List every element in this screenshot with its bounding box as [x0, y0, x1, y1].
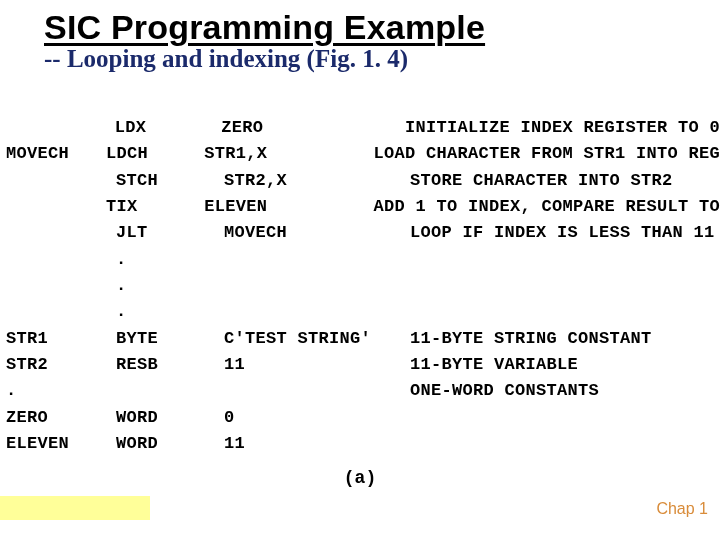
code-col-operand: STR1,X: [204, 141, 373, 167]
code-col-comment: [410, 405, 720, 431]
code-col-opcode: .: [116, 247, 224, 273]
code-col-operand: [224, 273, 410, 299]
code-row: ELEVENWORD11: [6, 431, 720, 457]
code-col-operand: [224, 378, 410, 404]
code-col-label: [6, 247, 116, 273]
code-col-comment: [410, 247, 720, 273]
code-col-comment: [410, 273, 720, 299]
code-col-comment: LOAD CHARACTER FROM STR1 INTO REG: [373, 141, 720, 167]
code-col-operand: C'TEST STRING': [224, 326, 410, 352]
code-col-operand: ELEVEN: [204, 194, 373, 220]
code-row: STR2RESB1111-BYTE VARIABLE: [6, 352, 720, 378]
code-col-opcode: LDX: [115, 115, 222, 141]
code-col-opcode: STCH: [116, 168, 224, 194]
code-row: .: [6, 247, 720, 273]
code-col-label: [6, 115, 115, 141]
chapter-label: Chap 1: [656, 500, 708, 518]
code-col-opcode: [116, 378, 224, 404]
code-row: LDXZEROINITIALIZE INDEX REGISTER TO 0: [6, 115, 720, 141]
code-col-comment: STORE CHARACTER INTO STR2: [410, 168, 720, 194]
code-col-operand: 11: [224, 352, 410, 378]
code-col-comment: [410, 299, 720, 325]
code-col-operand: [224, 247, 410, 273]
code-col-opcode: JLT: [116, 220, 224, 246]
footer-accent-bar: [0, 496, 150, 520]
code-col-comment: 11-BYTE STRING CONSTANT: [410, 326, 720, 352]
code-row: .ONE-WORD CONSTANTS: [6, 378, 720, 404]
code-row: STR1BYTEC'TEST STRING'11-BYTE STRING CON…: [6, 326, 720, 352]
code-col-comment: [410, 431, 720, 457]
code-col-comment: LOOP IF INDEX IS LESS THAN 11: [410, 220, 720, 246]
code-col-opcode: .: [116, 273, 224, 299]
code-col-opcode: WORD: [116, 431, 224, 457]
code-col-label: [6, 299, 116, 325]
code-col-opcode: RESB: [116, 352, 224, 378]
code-row: ZEROWORD0: [6, 405, 720, 431]
code-col-label: MOVECH: [6, 141, 106, 167]
code-col-operand: ZERO: [221, 115, 405, 141]
code-col-label: STR2: [6, 352, 116, 378]
code-row: .: [6, 299, 720, 325]
code-col-opcode: WORD: [116, 405, 224, 431]
code-col-comment: 11-BYTE VARIABLE: [410, 352, 720, 378]
code-col-label: [6, 168, 116, 194]
code-col-comment: INITIALIZE INDEX REGISTER TO 0: [405, 115, 720, 141]
code-col-label: [6, 194, 106, 220]
code-col-opcode: BYTE: [116, 326, 224, 352]
slide-header: SIC Programming Example -- Looping and i…: [0, 0, 720, 73]
code-col-operand: STR2,X: [224, 168, 410, 194]
code-col-label: [6, 220, 116, 246]
figure-label: (a): [0, 468, 720, 488]
code-col-label: STR1: [6, 326, 116, 352]
code-col-label: .: [6, 378, 116, 404]
code-col-opcode: LDCH: [106, 141, 204, 167]
code-col-operand: MOVECH: [224, 220, 410, 246]
code-row: MOVECHLDCHSTR1,XLOAD CHARACTER FROM STR1…: [6, 141, 720, 167]
code-row: .: [6, 273, 720, 299]
code-col-label: [6, 273, 116, 299]
code-col-operand: 0: [224, 405, 410, 431]
code-col-operand: 11: [224, 431, 410, 457]
code-row: STCHSTR2,XSTORE CHARACTER INTO STR2: [6, 168, 720, 194]
code-col-comment: ADD 1 TO INDEX, COMPARE RESULT TO: [373, 194, 720, 220]
code-col-opcode: .: [116, 299, 224, 325]
code-listing: LDXZEROINITIALIZE INDEX REGISTER TO 0MOV…: [6, 115, 720, 457]
code-col-label: ZERO: [6, 405, 116, 431]
code-row: TIXELEVENADD 1 TO INDEX, COMPARE RESULT …: [6, 194, 720, 220]
code-col-operand: [224, 299, 410, 325]
code-col-comment: ONE-WORD CONSTANTS: [410, 378, 720, 404]
code-col-opcode: TIX: [106, 194, 204, 220]
code-row: JLTMOVECHLOOP IF INDEX IS LESS THAN 11: [6, 220, 720, 246]
slide-title: SIC Programming Example: [44, 8, 720, 47]
slide-subtitle: -- Looping and indexing (Fig. 1. 4): [44, 45, 720, 73]
code-col-label: ELEVEN: [6, 431, 116, 457]
